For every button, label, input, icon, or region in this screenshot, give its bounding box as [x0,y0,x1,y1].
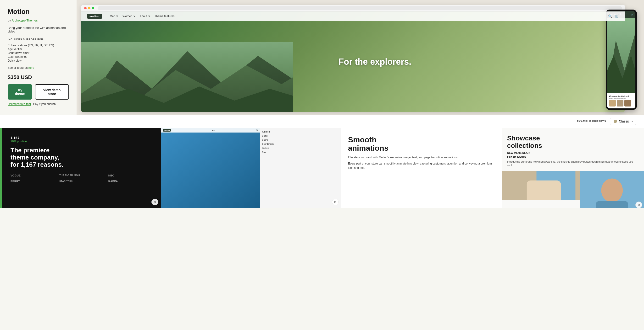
mobile-hero-area: For theexplorers. [607,18,636,93]
person-silhouette [502,171,580,200]
card2-nav: motion Men 🔍 [161,128,260,133]
nav-features: Theme features [154,14,175,18]
mobile-thumbs [609,100,634,107]
brand-vogue: VOGUE [10,174,56,177]
features-list: EU translations (EN, FR, IT, DE, ES) Age… [8,44,69,62]
browser-bar [81,5,625,11]
brand-kappa: KAPPA [108,180,154,183]
search-icon: 🔍 [608,14,612,18]
card4-top: Showcase collections NEW MENSWEAR Fresh … [502,128,644,171]
by-label: by [8,19,11,22]
theme-nav-links: Men ∨ Women ∨ About ∨ Theme features [110,14,175,18]
free-trial-suffix: . Pay if you publish. [32,102,56,106]
mobile-preview: motion 🔍 ☰ 🛒 [606,9,637,110]
mobile-card-title: We design durable travel [609,95,634,97]
cart-icon: 🛒 [615,14,619,18]
sidebar-shorts: Shorts [262,138,340,142]
sidebar-shirts: Shirts [262,134,340,138]
card3-title: Smooth animations [348,136,496,152]
here-link[interactable]: here [28,66,34,69]
price: $350 USD [8,74,69,80]
mobile-screen: motion 🔍 ☰ 🛒 [607,11,636,108]
card1-headline: The premiere theme company, for 1,167 re… [10,147,154,168]
card2-inner: motion Men 🔍 All men Shirts Shorts Board… [161,128,342,208]
browser-min-dot [88,7,90,9]
free-trial-link[interactable]: Unlimited free trial [8,102,31,106]
feature-item: Color swatches [8,55,69,58]
preview-panel: motion Men ∨ Women ∨ About ∨ Theme featu… [76,0,644,115]
collection-img-right-col [580,171,644,200]
by-line: by Archetype Themes [8,19,69,22]
zoom-button-2[interactable]: ⊕ [332,199,338,205]
stat-positive: 96% positive [10,140,154,143]
browser-preview: motion Men ∨ Women ∨ About ∨ Theme featu… [81,5,625,112]
sidebar-jackets: Jackets [262,146,340,150]
button-row: Try theme View demo store [8,84,69,100]
card3-desc2: Every part of your store can smoothly an… [348,162,496,170]
see-all-text: See all features [8,66,28,69]
mobile-thumb-1 [609,100,616,107]
hero-text: For the explorers. [338,57,411,67]
collection-img-right-top [580,171,644,208]
presets-label: EXAMPLE PRESETS [577,120,606,123]
try-theme-button[interactable]: Try theme [8,84,32,100]
feature-item: Quick view [8,59,69,62]
feature-item: Age verifier [8,47,69,51]
collection-top-svg [580,171,644,208]
theme-title: Motion [8,8,69,16]
sidebar-all-men: All men [262,130,340,134]
theme-nav-right: 🔍 🛒 [608,14,619,18]
includes-label: INCLUDES SUPPORT FOR: [8,38,69,41]
free-trial-note: Unlimited free trial . Pay if you publis… [8,102,69,106]
product-image: motion Men 🔍 [161,128,260,208]
browser-content: motion Men ∨ Women ∨ About ∨ Theme featu… [81,11,625,112]
brand-logos: VOGUE THE BLACK KEYS NBC PERRY STAR TREK… [10,174,154,183]
preset-color-dot [614,120,617,123]
card3-desc1: Elevate your brand with Motion's exclusi… [348,155,496,160]
mobile-card-desc: apparel with a conscience. [609,97,634,99]
theme-nav: motion Men ∨ Women ∨ About ∨ Theme featu… [81,11,625,21]
nav-men: Men ∨ [110,14,118,18]
chevron-down-icon: ▾ [632,120,633,123]
feature-item: Countdown timer [8,51,69,55]
card2-category: Men [212,129,215,131]
svg-rect-13 [596,201,628,208]
mobile-info-card: We design durable travel apparel with a … [607,93,636,108]
presets-dropdown[interactable]: Classic ▾ [610,118,636,125]
sidebar-sale: Sale [262,150,340,154]
stats-card: 1,167 96% positive The premiere theme co… [0,128,161,208]
see-all-link: See all features here [8,66,69,69]
svg-rect-10 [527,180,561,200]
mobile-cart-icon: 🛒 [631,13,634,15]
card4-subtitle: NEW MENSWEAR [507,151,639,154]
collection-img-left [502,171,580,200]
card4-desc1: Introducing our brand new menswear line,… [507,160,639,167]
sidebar-boardshorts: Boardshorts [262,142,340,146]
swimmer-bg [161,128,260,208]
preset-selected: Classic [619,119,630,123]
browser-close-dot [84,7,86,9]
nav-about: About ∨ [140,14,150,18]
accent-bar [0,128,2,208]
theme-screenshot-card: motion Men 🔍 All men Shirts Shorts Board… [161,128,342,208]
hero-area: For the explorers. [81,11,625,112]
card2-search: 🔍 [256,129,258,131]
brand-nbc: NBC [108,174,154,177]
brand-blackkeys: THE BLACK KEYS [59,174,105,177]
mobile-hero-bg [607,18,636,93]
mobile-thumb-3 [624,100,631,107]
theme-logo: motion [87,14,102,19]
bottom-section: 1,167 96% positive The premiere theme co… [0,128,644,208]
card2-logo: motion [163,129,171,132]
stats-block: 1,167 96% positive [10,136,154,143]
author-link[interactable]: Archetype Themes [12,19,38,22]
mountain-svg [81,42,293,112]
zoom-button-1[interactable]: ⊕ [152,199,158,205]
nav-women: Women ∨ [122,14,135,18]
brand-startrek: STAR TREK [59,180,105,183]
mobile-menu-icon: ☰ [626,13,628,15]
feature-item: EU translations (EN, FR, IT, DE, ES) [8,44,69,47]
card4-title: Showcase collections [507,135,639,150]
mobile-thumb-2 [617,100,624,107]
view-demo-button[interactable]: View demo store [35,84,69,100]
